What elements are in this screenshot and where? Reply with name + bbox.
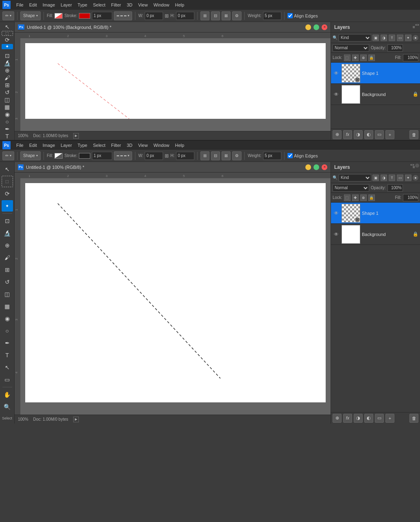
- bottom-path-arrange-btn[interactable]: ⊞: [200, 151, 209, 160]
- top-minimize-btn[interactable]: [305, 24, 311, 30]
- bottom-link-wh-icon[interactable]: ⊞: [165, 153, 169, 159]
- bottom-type-tool[interactable]: T: [2, 349, 13, 361]
- top-layer-item-bg[interactable]: 👁 Background 🔒: [331, 84, 420, 105]
- top-lock-all[interactable]: 🔒: [368, 55, 375, 61]
- menu-file[interactable]: File: [16, 2, 24, 7]
- bottom-crop-tool[interactable]: ⊡: [2, 215, 13, 227]
- bottom-opacity-input[interactable]: [387, 184, 403, 192]
- blur-tool[interactable]: ◉: [2, 111, 13, 118]
- fill-control[interactable]: [54, 13, 63, 19]
- menu-layer[interactable]: Layer: [61, 2, 72, 7]
- bottom-fill-swatch[interactable]: [54, 153, 63, 159]
- bottom-fill-control[interactable]: [54, 153, 63, 159]
- top-mask-btn[interactable]: ◑: [354, 130, 363, 139]
- bottom-maximize-btn[interactable]: [313, 164, 319, 170]
- menu-edit[interactable]: Edit: [29, 2, 37, 7]
- menu-filter[interactable]: Filter: [111, 2, 121, 7]
- menu-view[interactable]: View: [138, 2, 148, 7]
- path-arrange-btn[interactable]: ⊞: [200, 11, 209, 20]
- bottom-adj-btn[interactable]: ◐: [364, 414, 373, 423]
- top-delete-layer-btn[interactable]: 🗑: [409, 130, 418, 139]
- bottom-menu-view[interactable]: View: [138, 143, 148, 148]
- bottom-stroke-control[interactable]: [79, 153, 90, 159]
- stroke-width-input[interactable]: [92, 12, 112, 20]
- bottom-stroke-style-btn[interactable]: ▾: [114, 151, 132, 160]
- h-input[interactable]: [176, 12, 194, 20]
- link-wh-icon[interactable]: ⊞: [165, 13, 169, 19]
- bottom-mask-btn[interactable]: ◑: [354, 414, 363, 423]
- eraser-tool[interactable]: ◫: [2, 96, 13, 103]
- top-filter-shape[interactable]: ▭: [397, 35, 403, 41]
- select-marquee-tool[interactable]: ⬚: [2, 31, 13, 36]
- shape-select-btn[interactable]: Shape ▾: [20, 11, 41, 20]
- w-input[interactable]: [145, 12, 163, 20]
- bottom-stroke-swatch[interactable]: [79, 153, 90, 159]
- bottom-group-btn[interactable]: ▭: [375, 414, 384, 423]
- top-filter-adj[interactable]: ◑: [381, 35, 387, 41]
- bottom-history-brush[interactable]: ↺: [2, 276, 13, 288]
- pen-tool-btn[interactable]: ✏ ▾: [2, 11, 14, 20]
- bottom-path-transform-btn[interactable]: ⊠: [222, 151, 231, 160]
- bottom-lock-pos[interactable]: ✚: [352, 194, 359, 201]
- weight-input[interactable]: [263, 12, 281, 20]
- top-fx-btn[interactable]: fx: [343, 130, 352, 139]
- bottom-gradient-tool[interactable]: ▦: [2, 301, 13, 312]
- bottom-stroke-width-input[interactable]: [92, 152, 112, 160]
- bottom-menu-window[interactable]: Window: [153, 143, 169, 148]
- top-maximize-btn[interactable]: [313, 24, 319, 30]
- menu-window[interactable]: Window: [153, 2, 169, 7]
- top-new-layer-btn[interactable]: +: [385, 130, 394, 139]
- top-adj-btn[interactable]: ◐: [364, 130, 373, 139]
- top-canvas-surface[interactable]: [20, 38, 331, 131]
- stroke-swatch[interactable]: [79, 13, 90, 19]
- bottom-menu-select[interactable]: Select: [93, 143, 106, 148]
- dodge-tool[interactable]: ○: [2, 118, 13, 125]
- bottom-kind-select[interactable]: Kind: [339, 174, 371, 181]
- bottom-filter-adj[interactable]: ◑: [381, 175, 387, 181]
- bottom-move-tool[interactable]: ↖: [2, 164, 13, 175]
- bottom-eyedropper-tool[interactable]: 🔬: [2, 227, 13, 239]
- bottom-status-expand[interactable]: ▶: [73, 417, 79, 422]
- bottom-close-btn[interactable]: ✕: [322, 164, 327, 170]
- bottom-shape-select-btn[interactable]: Shape ▾: [20, 151, 41, 160]
- bottom-menu-edit[interactable]: Edit: [29, 143, 37, 148]
- gear-settings-btn[interactable]: ⚙: [232, 11, 242, 20]
- bottom-menu-3d[interactable]: 3D: [127, 143, 133, 148]
- bottom-weight-input[interactable]: [263, 152, 281, 160]
- pen-direct-tool[interactable]: ✦: [2, 44, 13, 49]
- heal-tool[interactable]: ⊕: [2, 67, 13, 74]
- bottom-pen2-tool[interactable]: ✒: [2, 337, 13, 349]
- stroke-control[interactable]: [79, 13, 90, 19]
- bottom-heal-tool[interactable]: ⊕: [2, 240, 13, 251]
- bottom-fx-btn[interactable]: fx: [343, 414, 352, 423]
- bottom-menu-filter[interactable]: Filter: [111, 143, 121, 148]
- bottom-menu-help[interactable]: Help: [175, 143, 185, 148]
- bottom-h-input[interactable]: [176, 152, 194, 160]
- menu-3d[interactable]: 3D: [127, 2, 133, 7]
- bottom-filter-smart[interactable]: ✦: [405, 175, 411, 181]
- top-close-btn[interactable]: ✕: [322, 24, 327, 30]
- bottom-link-layers-btn[interactable]: ⊕: [333, 414, 342, 423]
- top-status-expand[interactable]: ▶: [73, 133, 79, 139]
- bottom-filter-pixel[interactable]: ▣: [372, 175, 379, 181]
- top-eye-bg[interactable]: 👁: [333, 91, 340, 98]
- top-opacity-input[interactable]: [387, 44, 403, 52]
- bottom-filter-type[interactable]: T: [389, 175, 395, 181]
- bottom-filter-toggle[interactable]: ●: [413, 175, 418, 181]
- top-lock-px[interactable]: ⬚: [344, 55, 350, 61]
- menu-help[interactable]: Help: [175, 2, 185, 7]
- bottom-blend-select[interactable]: Normal: [333, 184, 369, 192]
- bottom-clone-tool[interactable]: ⊞: [2, 264, 13, 275]
- bottom-panel-collapse-btn[interactable]: «»: [410, 163, 414, 168]
- top-group-btn[interactable]: ▭: [375, 130, 384, 139]
- bottom-pen-tool-btn[interactable]: ✏ ▾: [2, 151, 14, 160]
- gradient-tool[interactable]: ▦: [2, 104, 13, 110]
- bottom-lock-move[interactable]: ⊕: [360, 194, 367, 201]
- bottom-new-layer-btn[interactable]: +: [385, 414, 394, 423]
- bottom-zoom-tool[interactable]: 🔍: [2, 401, 13, 413]
- top-filter-pixel[interactable]: ▣: [372, 35, 379, 41]
- bottom-shape-tool[interactable]: ▭: [2, 374, 13, 385]
- eyedropper-tool[interactable]: 🔬: [2, 60, 13, 66]
- top-fill-input[interactable]: [403, 54, 418, 61]
- top-lock-pos[interactable]: ✚: [352, 55, 359, 61]
